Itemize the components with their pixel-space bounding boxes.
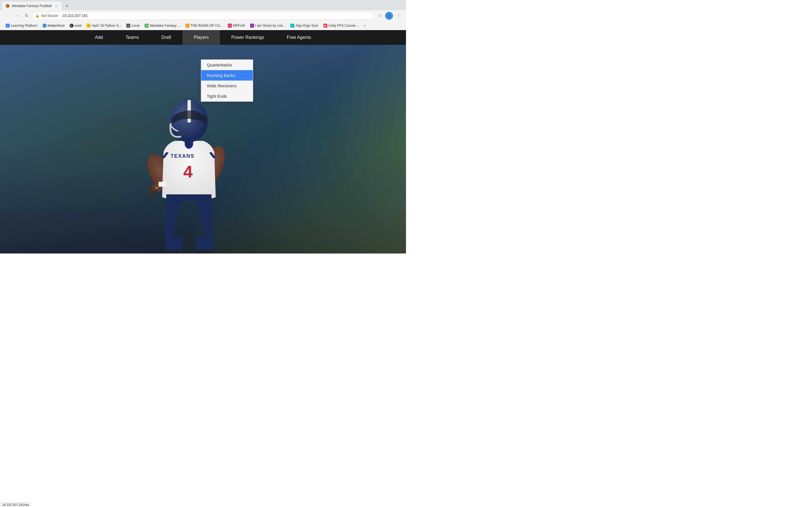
bookmark-star-button[interactable]: ☆ — [375, 12, 384, 20]
bookmark-mattermost[interactable]: M MatterMost — [40, 22, 67, 29]
lock-icon: 🔒 — [35, 14, 40, 18]
nav-menu: Add Teams Draft Players Power Rankings F… — [84, 30, 322, 45]
bookmark-april-python[interactable]: 🔶 April '18 Python S... — [84, 22, 123, 29]
bookmark-unity[interactable]: ▶ Unity FPS Course ... — [321, 22, 361, 29]
hero-section: 4 TEXANS — [0, 45, 406, 253]
bookmark-label: Westlake Fantasy ... — [150, 24, 181, 27]
browser-menu-button[interactable]: ⋮ — [395, 12, 403, 20]
dropdown-item-quarterbacks[interactable]: Quarterbacks — [201, 60, 253, 70]
bookmark-label: Unity FPS Course ... — [328, 24, 359, 27]
nav-item-players[interactable]: Players — [183, 30, 220, 45]
bookmark-favicon: W — [145, 24, 149, 27]
separator: | — [60, 14, 61, 18]
bookmark-favicon: L — [6, 24, 10, 27]
url-display: 18.222.207.191 — [62, 13, 88, 18]
bookmark-favicon: I — [250, 24, 254, 27]
bookmarks-bar: L Learning Platform M MatterMost e exist… — [0, 21, 406, 30]
dropdown-item-running-backs[interactable]: Running Backs — [201, 70, 253, 80]
forward-button[interactable]: → — [13, 12, 21, 20]
bookmark-favicon: M — [43, 24, 47, 27]
svg-rect-15 — [158, 182, 166, 187]
bookmark-label: WFFLW — [233, 24, 245, 27]
bookmark-label: Learning Platform — [11, 24, 38, 27]
players-dropdown: Quarterbacks Running Backs Wide Receiver… — [201, 59, 253, 102]
svg-text:4: 4 — [183, 162, 193, 181]
bookmark-favicon: A — [290, 24, 294, 27]
svg-rect-10 — [176, 132, 186, 134]
bookmark-westlake[interactable]: W Westlake Fantasy ... — [142, 22, 183, 29]
back-button[interactable]: ← — [3, 12, 11, 20]
bookmark-local[interactable]: L Local — [124, 22, 142, 29]
nav-bar: ← → ↻ 🔒 Not Secure | 18.222.207.191 ☆ 👤 … — [0, 10, 406, 21]
bookmark-favicon: e — [70, 24, 73, 27]
svg-text:TEXANS: TEXANS — [170, 153, 195, 159]
tab-bar: 🏈 Westlake Fantasy Football × + — [0, 0, 406, 10]
refresh-button[interactable]: ↻ — [22, 12, 31, 20]
svg-point-16 — [147, 187, 157, 195]
bookmark-wfflw[interactable]: W WFFLW — [225, 22, 247, 29]
new-tab-button[interactable]: + — [63, 2, 71, 10]
bookmark-favicon: R — [186, 24, 190, 27]
nav-item-teams[interactable]: Teams — [114, 30, 150, 45]
bookmark-favicon: 🔶 — [87, 24, 91, 27]
bookmark-label: April '18 Python S... — [92, 24, 121, 27]
top-nav: Add Teams Draft Players Power Rankings F… — [0, 30, 406, 45]
bookmark-exist[interactable]: e exist — [67, 22, 84, 29]
bookmark-favicon: W — [228, 24, 232, 27]
active-tab[interactable]: 🏈 Westlake Fantasy Football × — [2, 2, 62, 10]
nav-item-draft[interactable]: Draft — [150, 30, 183, 45]
bookmark-learning-platform[interactable]: L Learning Platform — [3, 22, 40, 29]
bookmark-iam-ghost[interactable]: I I am Ghost by cod... — [248, 22, 288, 29]
profile-button[interactable]: 👤 — [385, 12, 393, 20]
bookmarks-more-button[interactable]: » — [362, 22, 367, 29]
bookmark-label: Local — [132, 24, 140, 27]
address-bar[interactable]: 🔒 Not Secure | 18.222.207.191 — [32, 12, 374, 20]
nav-item-add[interactable]: Add — [84, 30, 114, 45]
bookmark-label: I am Ghost by cod... — [255, 24, 285, 27]
bookmark-label: THE RAINS OF CA... — [191, 24, 223, 27]
browser-chrome: 🏈 Westlake Fantasy Football × + ← → ↻ 🔒 … — [0, 0, 406, 30]
not-secure-label: Not Secure — [41, 14, 58, 18]
bookmark-label: exist — [75, 24, 82, 27]
bookmark-rains[interactable]: R THE RAINS OF CA... — [183, 22, 225, 29]
nav-item-power-rankings[interactable]: Power Rankings — [220, 30, 275, 45]
tab-close-button[interactable]: × — [54, 4, 58, 8]
tab-title: Westlake Fantasy Football — [12, 4, 52, 8]
bookmark-favicon: ▶ — [323, 24, 327, 27]
bookmark-algo[interactable]: A Algo Ergo Sum — [288, 22, 320, 29]
bookmark-favicon: L — [126, 24, 130, 27]
dropdown-item-wide-receivers[interactable]: Wide Receivers — [201, 80, 253, 91]
bookmark-label: MatterMost — [48, 24, 64, 27]
bookmark-label: Algo Ergo Sum — [296, 24, 318, 27]
tab-favicon: 🏈 — [6, 4, 10, 8]
nav-item-free-agents[interactable]: Free Agents — [275, 30, 322, 45]
app-content: Add Teams Draft Players Power Rankings F… — [0, 30, 406, 253]
dropdown-item-tight-ends[interactable]: Tight Ends — [201, 91, 253, 101]
